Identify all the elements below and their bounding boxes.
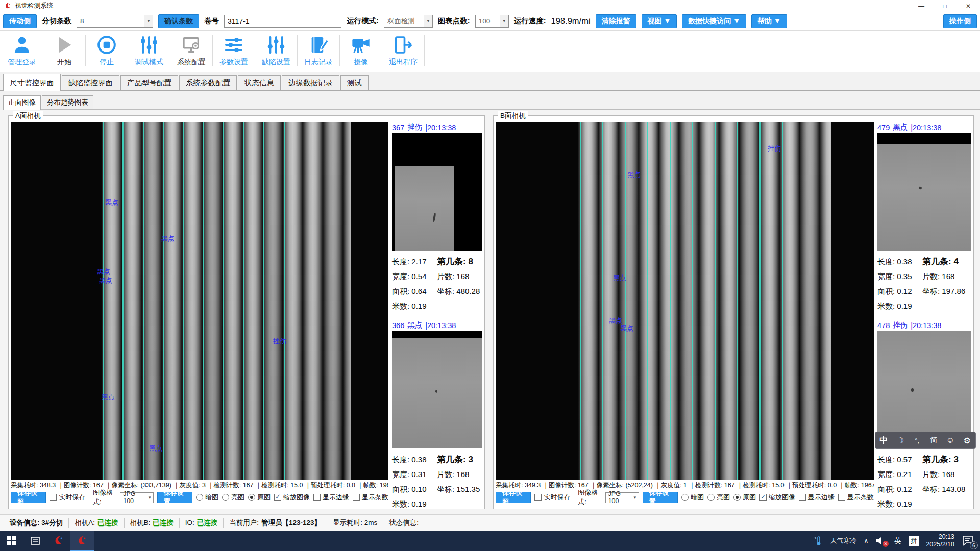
defect-card[interactable]: 367挫伤|20:13:38 长度: 2.17 第几条: 8 宽度: 0.54 … [392,122,482,313]
strip-count-select[interactable]: 8 ▼ [77,15,153,28]
minimize-button[interactable]: — [910,0,933,12]
ime-mode-chinese[interactable]: 中 [878,435,889,446]
tab-front-image[interactable]: 正面图像 [3,95,41,110]
slit-boundary-line [692,122,693,480]
taskbar-app-button[interactable] [47,531,70,551]
ime-fullwidth-moon-icon[interactable]: ☽ [895,436,906,445]
checkbox-checked-icon [760,494,767,501]
show-edge-checkbox[interactable]: 显示边缘 [313,493,349,502]
tab-test[interactable]: 测试 [340,75,369,91]
admin-login-button[interactable]: 管理登录 [4,31,40,67]
camera-b-controls: 保存快照 实时保存 图像格式: JPG 100▼ 保存设置 暗图 亮图 原图 缩… [496,491,874,504]
view-menu-button[interactable]: 视图 ▼ [642,14,677,28]
clear-alarm-button[interactable]: 清除报警 [596,14,636,28]
strip-count-label: 分切条数 [42,16,71,26]
defect-settings-button[interactable]: 缺陷设置 [258,31,294,67]
exit-program-button[interactable]: 退出程序 [385,31,421,67]
bright-image-radio[interactable]: 亮图 [707,493,730,502]
system-config-button[interactable]: 系统配置 [174,31,209,67]
realtime-save-checkbox[interactable]: 实时保存 [534,493,570,502]
slit-boundary-line [243,122,244,480]
image-format-select[interactable]: JPG 100▼ [120,492,154,503]
camera-b-status-line: 采集耗时: 349.3 ｜图像计数: 167 ｜像素坐标: (5202,24) … [496,480,874,491]
close-button[interactable]: ✕ [957,0,980,12]
ime-emoji-icon[interactable]: ☺ [945,436,956,445]
dark-image-radio[interactable]: 暗图 [196,493,218,502]
io-connection: IO:已连接 [180,518,224,528]
capture-button[interactable]: 摄像 [343,31,379,67]
volume-muted-icon[interactable]: ✕ [875,536,887,546]
dark-image-radio[interactable]: 暗图 [681,493,704,502]
show-strips-checkbox[interactable]: 显示条数 [838,493,874,502]
debug-mode-button[interactable]: 调试模式 [131,31,167,67]
chart-points-select[interactable]: 100 ▼ [475,15,509,28]
tab-edge-data[interactable]: 边缘数据记录 [282,75,339,91]
defect-card[interactable]: 479黑点|20:13:38 长度: 0.38 第几条: 4 宽度: 0.35 … [877,122,971,313]
ime-settings-gear-icon[interactable]: ⚙ [962,436,973,445]
zoom-image-checkbox[interactable]: 缩放图像 [274,493,310,502]
slit-boundary-line [625,122,626,480]
defect-card[interactable]: 478挫伤|20:13:38 长度: 0.57 第几条: 3 宽度: 0.21 … [877,320,971,511]
save-settings-button[interactable]: 保存设置 [157,492,192,503]
camera-b-connection: 相机B:已连接 [125,518,180,528]
ime-punctuation-icon[interactable]: °, [912,437,923,444]
log-book-icon [308,35,329,55]
checkbox-checked-icon [274,494,281,501]
notification-center-button[interactable]: 6 [962,534,975,547]
tab-trend-chart[interactable]: 分布趋势图表 [42,95,93,110]
original-image-radio[interactable]: 原图 [733,493,756,502]
zoom-image-checkbox[interactable]: 缩放图像 [760,493,795,502]
camera-b-image[interactable]: 挫伤黑点黑点黑点黑点 [496,122,874,480]
app-flame-icon [77,535,88,546]
top-toolbar: 传动侧 分切条数 8 ▼ 确认条数 卷号 3117-1 运行模式: 双面检测 ▼… [0,12,980,31]
drive-side-button[interactable]: 传动侧 [3,14,37,28]
ime-simplified-icon[interactable]: 简 [928,436,939,445]
monitor-gear-icon [181,35,202,55]
language-indicator[interactable]: 英 [894,536,901,546]
defect-card[interactable]: 366黑点|20:13:38 长度: 0.38 第几条: 3 宽度: 0.31 … [392,320,482,511]
data-quick-access-button[interactable]: 数据快捷访问 ▼ [682,14,746,28]
maximize-button[interactable]: □ [933,0,957,12]
slit-boundary-line [223,122,224,480]
slit-boundary-line [760,122,761,480]
defect-overlay-label: 黑点 [627,170,641,180]
stop-button[interactable]: 停止 [89,31,125,67]
taskbar-clock[interactable]: 20:13 2025/2/10 [926,533,954,548]
tab-defect-monitor[interactable]: 缺陷监控界面 [62,75,119,91]
window-title: 视觉检测系统 [15,2,53,10]
show-edge-checkbox[interactable]: 显示边缘 [799,493,835,502]
image-format-label: 图像格式: [578,488,601,507]
task-view-button[interactable] [23,531,47,551]
tab-product-model[interactable]: 产品型号配置 [120,75,178,91]
help-menu-button[interactable]: 帮助 ▼ [751,14,787,28]
defect-card-header: 479黑点|20:13:38 [877,122,971,133]
tab-status-info[interactable]: 状态信息 [238,75,281,91]
vertical-sliders-icon [139,35,159,55]
save-snapshot-button[interactable]: 保存快照 [496,492,531,503]
confirm-count-button[interactable]: 确认条数 [158,14,199,28]
tab-system-params[interactable]: 系统参数配置 [179,75,237,91]
save-snapshot-button[interactable]: 保存快照 [11,492,46,503]
ime-pinyin-badge[interactable]: 拼 [909,536,919,546]
parameter-settings-button[interactable]: 参数设置 [216,31,252,67]
camera-a-status-line: 采集耗时: 348.3 ｜图像计数: 167 ｜像素坐标: (333,7139)… [11,480,388,491]
start-button[interactable]: 开始 [46,31,82,67]
start-button[interactable] [0,531,23,551]
slit-boundary-line [263,122,264,480]
taskbar-app-button-active[interactable] [70,531,94,551]
run-mode-select[interactable]: 双面检测 ▼ [384,15,433,28]
operator-side-button[interactable]: 操作侧 [943,14,977,28]
tab-size-monitor[interactable]: 尺寸监控界面 [3,74,61,91]
tray-expand-chevron[interactable]: ∧ [864,537,869,544]
stop-icon [96,35,117,55]
camera-a-image[interactable]: 黑点黑点黑点黑点挫伤黑点黑点 [11,122,388,480]
realtime-save-checkbox[interactable]: 实时保存 [50,493,85,502]
show-strips-checkbox[interactable]: 显示条数 [353,493,388,502]
log-record-button[interactable]: 日志记录 [301,31,336,67]
original-image-radio[interactable]: 原图 [248,493,271,502]
save-settings-button[interactable]: 保存设置 [643,492,678,503]
bright-image-radio[interactable]: 亮图 [222,493,244,502]
image-format-select[interactable]: JPG 100▼ [605,492,639,503]
roll-number-input[interactable]: 3117-1 [224,15,341,28]
weather-text[interactable]: 天气寒冷 [830,536,857,545]
